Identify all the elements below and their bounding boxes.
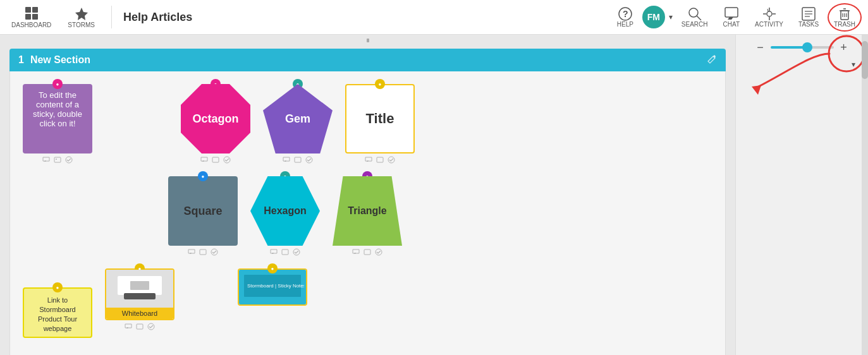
svg-point-23 xyxy=(66,157,72,163)
avatar-dropdown[interactable]: ▾ xyxy=(669,13,673,21)
svg-rect-26 xyxy=(295,157,301,162)
sticky-footer-hexagon xyxy=(270,248,300,256)
sticky-footer-whiteboard xyxy=(125,323,155,330)
right-panel: − + ▾ xyxy=(735,35,868,355)
user-avatar[interactable]: FM xyxy=(642,6,665,28)
zoom-out-button[interactable]: − xyxy=(754,41,767,54)
svg-rect-40 xyxy=(137,324,143,329)
square-shape[interactable]: Square xyxy=(168,176,238,246)
svg-rect-8 xyxy=(725,8,738,17)
pin-badge-title: ● xyxy=(375,79,385,89)
sticky-whiteboard[interactable]: ● Whiteboard xyxy=(105,268,174,330)
svg-rect-21 xyxy=(54,157,61,162)
storms-nav[interactable]: STORMS xyxy=(63,4,100,31)
sticky-square[interactable]: ● Square xyxy=(168,176,238,256)
gem-shape[interactable]: Gem xyxy=(263,84,333,153)
svg-rect-1 xyxy=(32,7,38,13)
help-nav[interactable]: ? HELP xyxy=(611,4,640,30)
canvas-top-hint xyxy=(0,35,735,44)
hexagon-shape[interactable]: Hexagon xyxy=(250,176,320,246)
svg-rect-32 xyxy=(282,250,288,255)
sticky-footer-octagon xyxy=(200,156,231,164)
whiteboard-preview xyxy=(114,273,165,304)
zoom-slider[interactable] xyxy=(771,46,834,49)
section-title: New Section xyxy=(30,54,700,66)
triangle-shape[interactable]: Triangle xyxy=(333,176,402,246)
svg-point-6 xyxy=(689,8,698,17)
svg-rect-2 xyxy=(25,14,31,20)
activity-nav[interactable]: ACTIVITY xyxy=(749,4,790,30)
scrollbar[interactable] xyxy=(862,35,868,355)
chat-nav[interactable]: CHAT xyxy=(717,4,746,30)
nav-left: DASHBOARD STORMS Help Articles xyxy=(6,4,192,31)
check-icon xyxy=(388,156,395,164)
sticky-purple[interactable]: ● To edit the content of a sticky, doubl… xyxy=(23,84,92,164)
section-number: 1 xyxy=(18,54,24,66)
top-navigation: DASHBOARD STORMS Help Articles ? HELP FM… xyxy=(0,0,868,35)
image-icon xyxy=(281,249,289,255)
pin-badge-square: ● xyxy=(198,171,208,181)
svg-marker-46 xyxy=(752,85,761,95)
svg-rect-34 xyxy=(364,250,370,255)
stickies-row-2: ● Square ● Hexagon xyxy=(168,176,712,256)
stickies-row-3: ● Link to Stormboard Product Tour webpag… xyxy=(23,268,712,338)
stormboard-card[interactable]: Stormboard | Sticky Notes xyxy=(238,268,307,306)
pin-badge-stormboard: ● xyxy=(267,263,278,274)
sticky-footer-title xyxy=(365,156,395,164)
panel-dropdown[interactable]: ▾ xyxy=(852,60,855,69)
title-card[interactable]: Title xyxy=(345,84,415,153)
sticky-triangle[interactable]: ● Triangle xyxy=(333,176,402,256)
sticky-title[interactable]: ● Title xyxy=(345,84,415,164)
svg-text:?: ? xyxy=(623,9,628,19)
help-icon: ? xyxy=(618,7,632,21)
svg-rect-24 xyxy=(212,157,219,162)
comment-icon xyxy=(352,249,360,255)
svg-point-41 xyxy=(148,323,154,330)
page-title: Help Articles xyxy=(123,11,192,24)
section-edit-icon[interactable] xyxy=(707,54,717,66)
image-icon xyxy=(199,249,207,255)
section-header[interactable]: 1 New Section xyxy=(9,49,726,71)
check-icon xyxy=(147,323,155,330)
whiteboard-card[interactable]: Whiteboard xyxy=(105,268,174,320)
zoom-bar: − + xyxy=(742,41,862,54)
svg-point-33 xyxy=(293,249,300,255)
trash-nav[interactable]: TRASH xyxy=(828,3,862,32)
sticky-gem[interactable]: ● Gem xyxy=(263,84,333,164)
sticky-yellow-link[interactable]: ● Link to Stormboard Product Tour webpag… xyxy=(23,287,92,338)
comment-icon xyxy=(365,157,372,163)
comment-icon xyxy=(200,157,208,163)
check-icon xyxy=(223,156,231,164)
pin-badge-purple: ● xyxy=(52,79,63,89)
svg-rect-39 xyxy=(130,281,149,290)
whiteboard-title: Whiteboard xyxy=(106,308,173,319)
yellow-note[interactable]: Link to Stormboard Product Tour webpage xyxy=(23,287,92,338)
chat-icon xyxy=(724,7,738,21)
sticky-stormboard-card[interactable]: ● Stormboard | Sticky Notes xyxy=(238,268,307,306)
image-icon xyxy=(294,157,302,163)
storms-icon xyxy=(75,6,89,20)
svg-point-27 xyxy=(306,157,312,163)
zoom-in-button[interactable]: + xyxy=(838,41,850,54)
pin-badge-yellow-link: ● xyxy=(52,282,63,292)
stormboard-thumb: Stormboard | Sticky Notes xyxy=(239,270,306,304)
octagon-shape[interactable]: Octagon xyxy=(181,84,250,153)
sticky-octagon[interactable]: ● Octagon xyxy=(181,84,250,164)
nav-divider xyxy=(111,6,112,28)
sticky-footer-purple xyxy=(42,156,73,164)
scrollbar-thumb[interactable] xyxy=(862,41,868,79)
svg-text:Stormboard | Sticky Notes: Stormboard | Sticky Notes xyxy=(247,283,304,289)
check-icon xyxy=(65,156,73,164)
tasks-nav[interactable]: TASKS xyxy=(792,4,825,30)
search-nav[interactable]: SEARCH xyxy=(675,4,714,30)
dashboard-icon xyxy=(25,6,39,20)
sticky-text[interactable]: To edit the content of a sticky, double … xyxy=(23,84,92,153)
sticky-hexagon[interactable]: ● Hexagon xyxy=(250,176,320,256)
sticky-footer-gem xyxy=(283,156,313,164)
stickies-row-1: ● To edit the content of a sticky, doubl… xyxy=(23,84,712,164)
comment-icon xyxy=(188,249,195,255)
svg-rect-20 xyxy=(367,39,369,42)
svg-line-7 xyxy=(697,16,701,20)
dashboard-nav[interactable]: DASHBOARD xyxy=(6,4,56,31)
canvas-area[interactable]: 1 New Section ● To edit the content of a… xyxy=(0,35,735,355)
